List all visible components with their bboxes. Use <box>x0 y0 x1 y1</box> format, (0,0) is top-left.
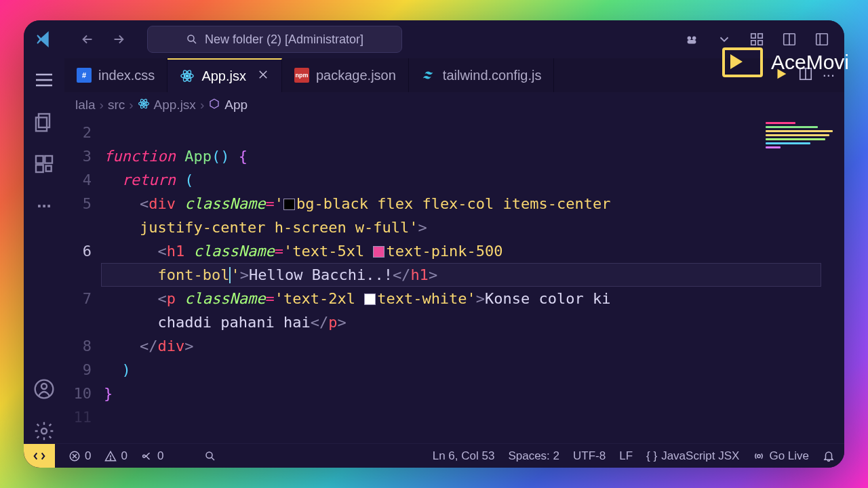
svg-point-41 <box>143 455 146 458</box>
tab-label: App.jsx <box>201 68 246 84</box>
breadcrumb-item[interactable]: App.jsx <box>154 98 196 113</box>
status-bar: 0 0 0 Ln 6, Col 53 Spaces: 2 UTF-8 LF { … <box>24 443 844 468</box>
chevron-right-icon: › <box>100 98 104 113</box>
settings-gear-icon[interactable] <box>32 419 56 443</box>
color-swatch-white <box>364 293 376 305</box>
layout-sidebar-icon[interactable] <box>812 29 832 49</box>
breadcrumb[interactable]: lala › src › App.jsx › App <box>64 92 844 118</box>
vscode-window: New folder (2) [Administrator] <box>24 20 844 468</box>
code-content[interactable]: function App() { return ( <div className… <box>101 118 844 443</box>
tab-label: package.json <box>316 68 396 83</box>
vscode-logo-icon[interactable] <box>33 28 55 50</box>
svg-rect-20 <box>46 166 52 171</box>
svg-rect-7 <box>758 41 762 45</box>
zoom-icon[interactable] <box>204 450 216 462</box>
svg-rect-6 <box>751 41 755 45</box>
breadcrumb-symbol[interactable]: App <box>224 98 248 113</box>
svg-rect-16 <box>36 117 47 131</box>
breadcrumb-item[interactable]: lala <box>75 98 96 113</box>
tab-tailwind-config[interactable]: tailwind.config.js <box>409 58 555 92</box>
menu-button[interactable] <box>27 68 61 92</box>
line-number-gutter: 2 3 4 5 6 7 8 9 10 11 <box>64 118 101 443</box>
remote-button[interactable] <box>24 444 55 468</box>
explorer-icon[interactable] <box>32 110 56 134</box>
titlebar: New folder (2) [Administrator] <box>24 20 844 58</box>
layout-panel-icon[interactable] <box>779 29 800 49</box>
svg-point-40 <box>111 458 111 459</box>
react-file-icon <box>180 68 195 83</box>
svg-point-22 <box>41 384 47 389</box>
svg-point-2 <box>692 36 696 40</box>
chevron-down-icon[interactable] <box>714 29 734 49</box>
svg-point-1 <box>688 36 692 40</box>
tab-label: index.css <box>98 68 155 83</box>
breadcrumb-item[interactable]: src <box>108 98 125 113</box>
eol[interactable]: LF <box>619 449 633 463</box>
svg-rect-3 <box>688 40 696 43</box>
problems-errors[interactable]: 0 <box>68 449 91 463</box>
search-placeholder-text: New folder (2) [Administrator] <box>205 33 363 47</box>
color-swatch-pink <box>373 246 384 258</box>
layout-grid-icon[interactable] <box>747 29 767 49</box>
svg-rect-15 <box>39 114 50 127</box>
chevron-right-icon: › <box>129 98 133 113</box>
tab-index-css[interactable]: # index.css <box>64 58 167 92</box>
problems-warnings[interactable]: 0 <box>104 449 127 463</box>
copilot-icon[interactable] <box>682 29 702 49</box>
svg-rect-19 <box>36 165 43 172</box>
svg-rect-5 <box>758 34 762 38</box>
extensions-icon[interactable] <box>32 152 56 176</box>
svg-rect-18 <box>45 156 52 163</box>
svg-point-24 <box>186 75 189 77</box>
watermark-brand: AceMovi <box>722 47 849 77</box>
svg-point-32 <box>142 102 144 104</box>
encoding[interactable]: UTF-8 <box>573 449 606 463</box>
symbol-icon <box>208 98 220 113</box>
npm-file-icon: npm <box>294 68 309 83</box>
cursor-position[interactable]: Ln 6, Col 53 <box>433 449 495 463</box>
back-button[interactable] <box>75 27 100 52</box>
close-tab-icon[interactable] <box>257 68 269 84</box>
acemovi-brand-text: AceMovi <box>771 51 849 74</box>
command-center-search[interactable]: New folder (2) [Administrator] <box>147 26 402 53</box>
accounts-icon[interactable] <box>32 377 56 401</box>
tab-label: tailwind.config.js <box>443 68 542 83</box>
chevron-right-icon: › <box>200 98 204 113</box>
svg-rect-10 <box>816 34 828 45</box>
acemovi-logo-icon <box>722 47 763 77</box>
braces-icon: { } <box>646 449 657 463</box>
tab-app-jsx[interactable]: App.jsx <box>167 58 282 92</box>
svg-point-42 <box>206 452 212 458</box>
svg-rect-17 <box>36 156 43 163</box>
svg-point-23 <box>41 428 47 434</box>
svg-point-0 <box>188 35 194 41</box>
tailwind-file-icon <box>421 68 436 83</box>
activity-bar: ··· <box>24 58 64 443</box>
react-file-icon <box>138 98 150 113</box>
minimap[interactable] <box>766 122 840 163</box>
ports-indicator[interactable]: 0 <box>141 449 163 463</box>
svg-rect-4 <box>751 34 755 38</box>
forward-button[interactable] <box>106 27 131 52</box>
svg-point-43 <box>757 454 761 458</box>
go-live-button[interactable]: Go Live <box>753 449 809 463</box>
notifications-bell-icon[interactable] <box>823 450 835 462</box>
editor-pane[interactable]: 2 3 4 5 6 7 8 9 10 11 fu <box>64 118 844 443</box>
color-swatch-black <box>283 199 295 210</box>
indentation[interactable]: Spaces: 2 <box>508 449 559 463</box>
language-mode[interactable]: { } JavaScript JSX <box>646 449 739 463</box>
tab-package-json[interactable]: npm package.json <box>282 58 409 92</box>
css-file-icon: # <box>77 68 92 83</box>
more-dots-icon[interactable]: ··· <box>32 194 56 218</box>
